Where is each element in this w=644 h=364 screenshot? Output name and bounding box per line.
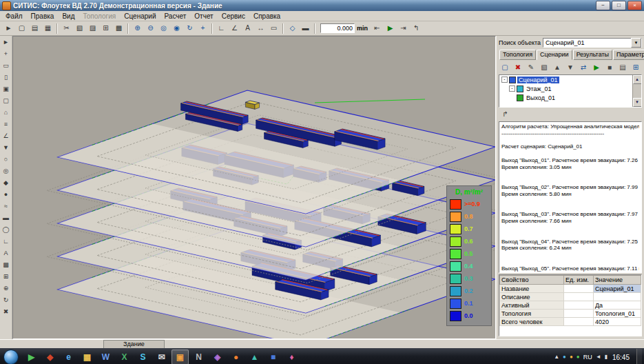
app-excel-button[interactable]: X xyxy=(116,350,133,364)
copy-item-button[interactable]: ▧ xyxy=(538,61,550,74)
menu-item-6[interactable]: Отчет xyxy=(190,12,217,20)
measure-button[interactable]: ∟ xyxy=(215,22,228,34)
grid-button[interactable]: ⊞ xyxy=(99,22,112,34)
tree-scrollbar[interactable]: ▲ ▼ xyxy=(632,75,641,107)
pan-tool-button[interactable]: + xyxy=(0,48,12,60)
dimension-button[interactable]: ↔ xyxy=(254,22,267,34)
new-file-button[interactable]: ▢ xyxy=(15,22,28,34)
menu-item-8[interactable]: Справка xyxy=(249,12,284,20)
tray-app-3-icon[interactable]: ● xyxy=(577,354,580,360)
section-button[interactable]: ▭ xyxy=(267,22,280,34)
table-row[interactable]: Всего человек4020 xyxy=(500,318,641,326)
table-row[interactable]: АктивныйДа xyxy=(500,301,641,310)
stop-calculation-button[interactable]: ■ xyxy=(603,61,616,74)
tab-0[interactable]: Топология xyxy=(499,50,536,60)
result-report-button[interactable]: ↱ xyxy=(499,108,512,121)
tree-item-2[interactable]: Выход_01 xyxy=(499,93,641,102)
text-button[interactable]: A xyxy=(241,22,254,34)
text-tool-button[interactable]: A xyxy=(0,247,12,259)
rotate-tool-button[interactable]: ↻ xyxy=(0,294,12,306)
volume-icon[interactable]: ◄ xyxy=(596,354,601,360)
scroll-down-icon[interactable]: ▼ xyxy=(633,98,642,107)
app-media-button[interactable]: ▶ xyxy=(23,350,40,364)
view-top-button[interactable]: ▬ xyxy=(299,22,312,34)
grid-tool-button[interactable]: ⊞ xyxy=(0,271,12,283)
app-mail-button[interactable]: ✉ xyxy=(153,350,170,364)
app-orange-button[interactable]: ● xyxy=(227,350,245,364)
tab-1[interactable]: Сценарии xyxy=(537,50,572,60)
furniture-tool-button[interactable]: ◆ xyxy=(0,177,12,189)
room-tool-button[interactable]: ▢ xyxy=(0,95,12,107)
zoom-fit-button[interactable]: ◎ xyxy=(157,22,170,34)
select-tool-button[interactable]: ► xyxy=(0,37,12,48)
cut-button[interactable]: ✂ xyxy=(60,22,73,34)
pan-view-button[interactable]: + xyxy=(196,22,209,34)
time-input[interactable] xyxy=(320,23,355,33)
network-icon[interactable]: ▮ xyxy=(605,354,607,360)
zoom-out-button[interactable]: ⊖ xyxy=(144,22,157,34)
menu-item-5[interactable]: Расчет xyxy=(160,12,191,20)
app-word-button[interactable]: W xyxy=(97,350,114,364)
3d-viewport[interactable]: D, m²/m² >=0.90.80.70.60.50.40.30.20.10.… xyxy=(12,36,496,339)
tab-3[interactable]: Параметры xyxy=(613,50,644,60)
group-tool-button[interactable]: ◎ xyxy=(0,165,12,177)
maximize-button[interactable]: □ xyxy=(612,1,626,10)
table-row[interactable]: Описание xyxy=(500,293,641,301)
start-button[interactable] xyxy=(3,350,19,364)
tray-app-2-icon[interactable]: ● xyxy=(570,354,573,360)
close-button[interactable]: × xyxy=(627,1,642,10)
column-tool-button[interactable]: ● xyxy=(0,189,12,201)
copy-button[interactable]: ▧ xyxy=(73,22,86,34)
language-indicator[interactable]: RU xyxy=(583,354,592,361)
time-step-back-button[interactable]: ⇤ xyxy=(371,22,384,34)
zoom-in-button[interactable]: ⊕ xyxy=(131,22,144,34)
app-browser-button[interactable]: e xyxy=(60,350,77,364)
move-down-button[interactable]: ▼ xyxy=(564,61,577,74)
report-button[interactable]: ▤ xyxy=(616,61,629,74)
play-button[interactable]: ▶ xyxy=(384,22,397,34)
minimize-button[interactable]: − xyxy=(596,1,610,10)
building-sheet-tab[interactable]: Здание xyxy=(103,340,165,348)
layers-button[interactable]: ▩ xyxy=(112,22,125,34)
object-search-combo[interactable]: Сценарий_01 ▼ xyxy=(543,38,642,48)
table-row[interactable]: НазваниеСценарий_01 xyxy=(500,285,641,293)
delete-button[interactable]: ✖ xyxy=(512,61,524,74)
app-explorer-button[interactable]: ▦ xyxy=(79,350,96,364)
erase-tool-button[interactable]: ✖ xyxy=(0,306,12,318)
time-step-forward-button[interactable]: ⇥ xyxy=(397,22,410,34)
tab-2[interactable]: Результаты xyxy=(573,50,612,60)
app-red-button[interactable]: ◆ xyxy=(41,350,59,364)
open-file-button[interactable]: ▤ xyxy=(28,22,41,34)
polyline-tool-button[interactable]: ≈ xyxy=(0,201,12,212)
menu-item-4[interactable]: Сценарий xyxy=(120,12,160,20)
app-sitis-button[interactable]: ▣ xyxy=(172,350,189,364)
wall-tool-button[interactable]: ▭ xyxy=(0,60,12,72)
pointer-button[interactable]: ► xyxy=(2,22,15,34)
table-row[interactable]: ТопологияТопология_01 xyxy=(500,310,641,318)
rotate-view-button[interactable]: ↻ xyxy=(183,22,196,34)
circle-tool-button[interactable]: ◯ xyxy=(0,224,12,236)
building-tool-button[interactable]: ⌂ xyxy=(0,107,12,119)
link-button[interactable]: ⇄ xyxy=(577,61,590,74)
menu-item-0[interactable]: Файл xyxy=(1,12,27,20)
show-desktop-button[interactable] xyxy=(636,349,642,364)
rename-button[interactable]: ✎ xyxy=(525,61,537,74)
app-pink-button[interactable]: ♦ xyxy=(283,350,300,364)
app-blue-button[interactable]: ■ xyxy=(264,350,282,364)
tree-item-0[interactable]: -Сценарий_01 xyxy=(499,75,641,84)
save-file-button[interactable]: ▦ xyxy=(41,22,54,34)
door-tool-button[interactable]: ▯ xyxy=(0,72,12,83)
paste-button[interactable]: ▨ xyxy=(86,22,99,34)
rect-tool-button[interactable]: ▬ xyxy=(0,212,12,224)
move-up-button[interactable]: ▲ xyxy=(551,61,563,74)
tree-expander-icon[interactable]: - xyxy=(509,85,515,92)
app-skype-button[interactable]: S xyxy=(134,350,152,364)
view-3d-button[interactable]: ◇ xyxy=(286,22,299,34)
tree-item-1[interactable]: -Этаж_01 xyxy=(499,84,641,93)
reset-time-button[interactable]: ↰ xyxy=(410,22,423,34)
menu-item-7[interactable]: Сервис xyxy=(218,12,249,20)
tray-app-1-icon[interactable]: ● xyxy=(563,354,566,360)
menu-item-1[interactable]: Правка xyxy=(27,12,59,20)
window-tool-button[interactable]: ▣ xyxy=(0,83,12,95)
tree-expander-icon[interactable]: - xyxy=(501,77,508,83)
